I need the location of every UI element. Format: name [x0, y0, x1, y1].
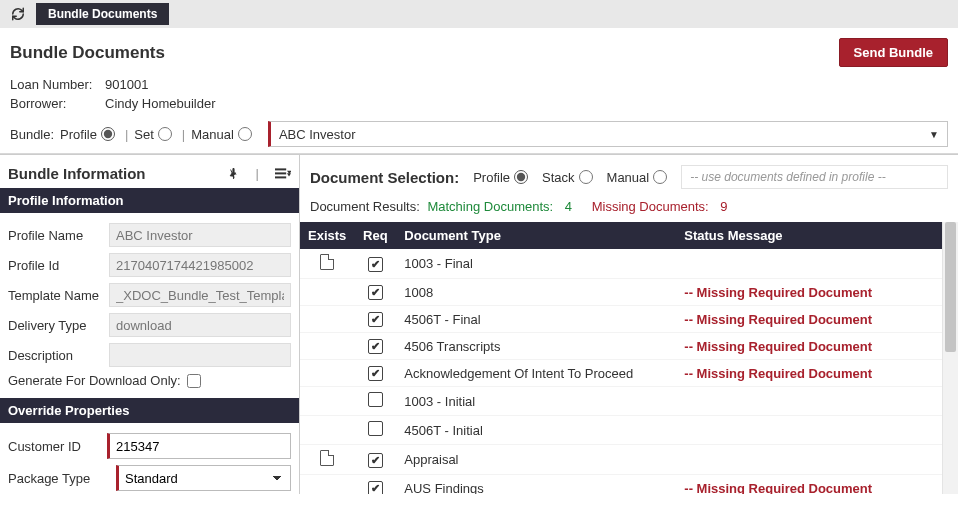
- active-tab[interactable]: Bundle Documents: [36, 3, 169, 25]
- status-message: -- Missing Required Document: [684, 366, 872, 381]
- required-checkbox[interactable]: [368, 366, 383, 381]
- doc-type-cell: Acknowledgement Of Intent To Proceed: [396, 360, 676, 387]
- doc-type-cell: 1008: [396, 279, 676, 306]
- document-selection-title: Document Selection:: [310, 169, 459, 186]
- doc-type-cell: AUS Findings: [396, 475, 676, 495]
- bundle-profile-selected: ABC Investor: [279, 127, 356, 142]
- bundle-manual-label: Manual: [191, 127, 234, 142]
- bundle-set-radio[interactable]: [158, 127, 172, 141]
- table-row[interactable]: 1003 - Final: [300, 249, 942, 279]
- required-checkbox[interactable]: [368, 312, 383, 327]
- status-message: -- Missing Required Document: [684, 312, 872, 327]
- top-toolbar: Bundle Documents: [0, 0, 958, 28]
- matching-count: 4: [565, 199, 572, 214]
- missing-label: Missing Documents:: [592, 199, 709, 214]
- required-checkbox[interactable]: [368, 257, 383, 272]
- bundle-profile-dropdown[interactable]: ABC Investor: [268, 121, 948, 147]
- description-field: [109, 343, 291, 367]
- status-message: -- Missing Required Document: [684, 339, 872, 354]
- ds-manual-radio[interactable]: [653, 170, 667, 184]
- col-status[interactable]: Status Message: [676, 222, 942, 249]
- header-section: Bundle Documents Send Bundle Loan Number…: [0, 28, 958, 154]
- page-title: Bundle Documents: [10, 43, 165, 63]
- doc-type-cell: 4506T - Final: [396, 306, 676, 333]
- doc-type-cell: 4506 Transcripts: [396, 333, 676, 360]
- doc-type-cell: 4506T - Initial: [396, 416, 676, 445]
- document-icon: [320, 254, 334, 270]
- borrower-value: Cindy Homebuilder: [105, 96, 216, 111]
- scrollbar-thumb[interactable]: [945, 222, 956, 352]
- profile-name-field: [109, 223, 291, 247]
- description-label: Description: [8, 348, 109, 363]
- package-type-dropdown[interactable]: Standard: [116, 465, 291, 491]
- doc-type-cell: Appraisal: [396, 445, 676, 475]
- table-row[interactable]: 4506T - Final-- Missing Required Documen…: [300, 306, 942, 333]
- doc-type-cell: 1003 - Initial: [396, 387, 676, 416]
- package-type-label: Package Type: [8, 471, 116, 486]
- table-row[interactable]: 1003 - Initial: [300, 387, 942, 416]
- table-row[interactable]: AUS Findings-- Missing Required Document: [300, 475, 942, 495]
- ds-stack-radio[interactable]: [579, 170, 593, 184]
- doc-type-cell: 1003 - Final: [396, 249, 676, 279]
- svg-rect-2: [275, 172, 286, 174]
- table-row[interactable]: Appraisal: [300, 445, 942, 475]
- ds-profile-radio[interactable]: [514, 170, 528, 184]
- ds-stack-label: Stack: [542, 170, 575, 185]
- customer-id-label: Customer ID: [8, 439, 107, 454]
- ds-manual-label: Manual: [607, 170, 650, 185]
- pin-icon[interactable]: [227, 166, 240, 181]
- col-req[interactable]: Req: [354, 222, 396, 249]
- table-row[interactable]: 1008-- Missing Required Document: [300, 279, 942, 306]
- col-doctype[interactable]: Document Type: [396, 222, 676, 249]
- refresh-icon: [11, 7, 25, 21]
- results-label: Document Results:: [310, 199, 420, 214]
- document-table: Exists Req Document Type Status Message …: [300, 222, 942, 494]
- table-row[interactable]: 4506 Transcripts-- Missing Required Docu…: [300, 333, 942, 360]
- bundle-profile-label: Profile: [60, 127, 97, 142]
- generate-download-label: Generate For Download Only:: [8, 373, 181, 388]
- col-exists[interactable]: Exists: [300, 222, 354, 249]
- svg-rect-1: [275, 168, 286, 170]
- generate-download-checkbox[interactable]: [187, 374, 201, 388]
- table-row[interactable]: Acknowledgement Of Intent To Proceed-- M…: [300, 360, 942, 387]
- profile-information-section: Profile Information: [0, 188, 299, 213]
- table-row[interactable]: 4506T - Initial: [300, 416, 942, 445]
- status-message: -- Missing Required Document: [684, 481, 872, 495]
- bundle-manual-radio[interactable]: [238, 127, 252, 141]
- required-checkbox[interactable]: [368, 453, 383, 468]
- ds-profile-label: Profile: [473, 170, 510, 185]
- bundle-info-title: Bundle Information: [8, 165, 146, 182]
- required-checkbox[interactable]: [368, 339, 383, 354]
- svg-rect-3: [275, 176, 286, 178]
- loan-number-label: Loan Number:: [10, 77, 105, 92]
- status-message: -- Missing Required Document: [684, 285, 872, 300]
- scrollbar[interactable]: [942, 222, 958, 494]
- svg-rect-0: [233, 175, 234, 179]
- matching-label: Matching Documents:: [427, 199, 553, 214]
- borrower-label: Borrower:: [10, 96, 105, 111]
- required-checkbox[interactable]: [368, 392, 383, 407]
- profile-id-label: Profile Id: [8, 258, 109, 273]
- delivery-type-field: [109, 313, 291, 337]
- bundle-label: Bundle:: [10, 127, 54, 142]
- required-checkbox[interactable]: [368, 285, 383, 300]
- override-properties-section: Override Properties: [0, 398, 299, 423]
- required-checkbox[interactable]: [368, 481, 383, 494]
- loan-number-value: 901001: [105, 77, 148, 92]
- send-bundle-button[interactable]: Send Bundle: [839, 38, 948, 67]
- refresh-button[interactable]: [6, 4, 30, 24]
- missing-count: 9: [720, 199, 727, 214]
- document-icon: [320, 450, 334, 466]
- bundle-set-label: Set: [134, 127, 154, 142]
- ds-hint: -- use documents defined in profile --: [681, 165, 948, 189]
- menu-icon[interactable]: [275, 168, 291, 180]
- template-name-label: Template Name: [8, 288, 109, 303]
- left-pane: Bundle Information | Profile Information…: [0, 155, 300, 494]
- right-pane: Document Selection: Profile Stack Manual…: [300, 155, 958, 494]
- template-name-field: [109, 283, 291, 307]
- customer-id-field[interactable]: [107, 433, 291, 459]
- profile-name-label: Profile Name: [8, 228, 109, 243]
- profile-id-field: [109, 253, 291, 277]
- bundle-profile-radio[interactable]: [101, 127, 115, 141]
- required-checkbox[interactable]: [368, 421, 383, 436]
